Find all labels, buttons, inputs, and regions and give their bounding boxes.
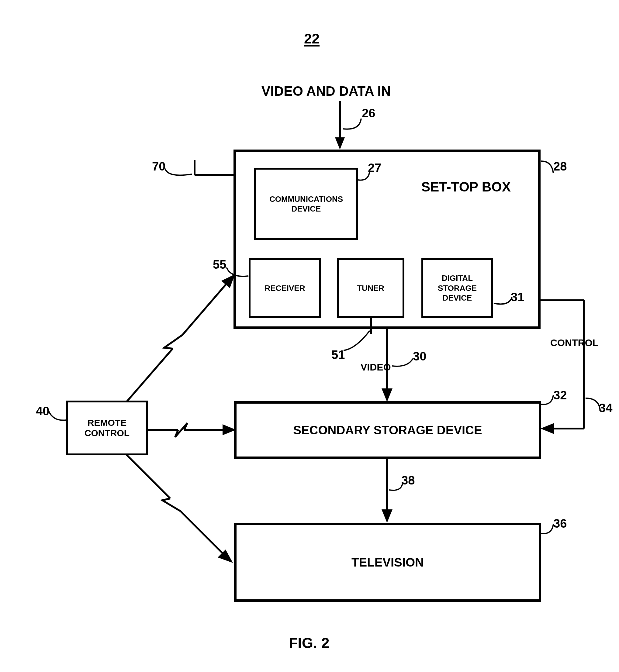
svg-marker-1 [335, 137, 345, 150]
svg-line-14 [183, 283, 227, 335]
arrow-remote-to-secondary [148, 423, 239, 441]
control-line [538, 298, 599, 441]
leader-51 [344, 331, 374, 355]
control-line-label: CONTROL [550, 338, 598, 349]
ref-51: 51 [331, 348, 345, 362]
ref-38: 38 [401, 473, 415, 487]
svg-marker-10 [541, 423, 554, 434]
ref-30: 30 [413, 350, 426, 363]
digital-storage-label: DIGITAL STORAGE DEVICE [423, 273, 491, 303]
ref-70: 70 [152, 160, 166, 173]
television-box: TELEVISION [234, 523, 541, 602]
communications-device-label: COMMUNICATIONS DEVICE [256, 194, 356, 214]
svg-marker-21 [218, 549, 233, 563]
ref-31: 31 [511, 290, 525, 304]
tuner-label: TUNER [357, 283, 384, 293]
communications-device-box: COMMUNICATIONS DEVICE [254, 168, 358, 240]
ref-34: 34 [599, 401, 613, 415]
secondary-storage-box: SECONDARY STORAGE DEVICE [234, 401, 541, 459]
receiver-box: RECEIVER [249, 258, 321, 318]
tuner-box: TUNER [337, 258, 404, 318]
figure-caption: FIG. 2 [289, 634, 329, 651]
secondary-storage-label: SECONDARY STORAGE DEVICE [293, 423, 482, 437]
svg-marker-6 [382, 388, 393, 402]
remote-control-box: REMOTE CONTROL [66, 400, 148, 455]
settop-box-title: SET-TOP BOX [421, 179, 511, 195]
ref-27: 27 [368, 161, 382, 175]
digital-storage-box: DIGITAL STORAGE DEVICE [421, 258, 493, 318]
ref-55: 55 [213, 258, 226, 272]
ref-28: 28 [553, 160, 567, 173]
ref-32: 32 [553, 388, 567, 402]
arrow-remote-to-tv [122, 453, 243, 568]
leader-70 [165, 169, 193, 184]
video-line-label: VIDEO [360, 362, 391, 373]
ref-40: 40 [36, 404, 50, 418]
ref-36: 36 [553, 517, 567, 530]
arrow-secondary-to-tv [384, 459, 390, 523]
arrow-remote-to-settop [124, 268, 246, 404]
svg-marker-15 [221, 274, 235, 288]
video-data-in-label: VIDEO AND DATA IN [262, 84, 391, 99]
figure-number: 22 [304, 30, 320, 47]
svg-marker-12 [382, 509, 393, 523]
ref-26: 26 [362, 106, 375, 120]
diagram-canvas: 22 VIDEO AND DATA IN 26 SET-TOP BOX 28 C… [0, 0, 619, 672]
arrow-video-data-in [337, 101, 343, 150]
antenna-line [170, 149, 237, 210]
svg-line-20 [181, 511, 225, 555]
television-label: TELEVISION [351, 555, 424, 569]
remote-control-label: REMOTE CONTROL [68, 418, 146, 439]
svg-line-19 [126, 454, 170, 499]
svg-line-13 [127, 349, 173, 401]
leader-26 [343, 119, 364, 137]
receiver-label: RECEIVER [265, 283, 305, 293]
